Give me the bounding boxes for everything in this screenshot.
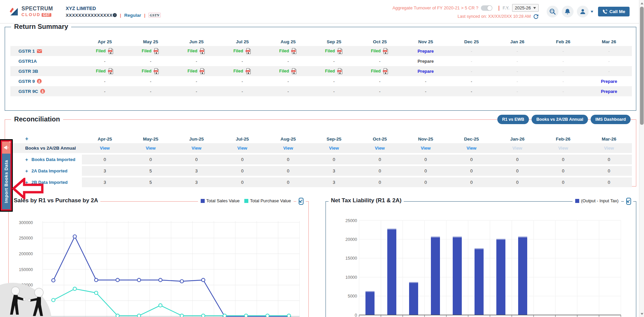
expand-icon[interactable]: + xyxy=(25,168,28,174)
return-status-cell: - xyxy=(265,56,311,66)
empty-cell: - xyxy=(471,69,472,74)
return-status-cell: - xyxy=(82,86,128,96)
empty-cell: - xyxy=(516,79,518,84)
view-link[interactable]: View xyxy=(192,146,201,151)
empty-cell: - xyxy=(333,59,335,64)
pdf-download-icon[interactable]: PDF xyxy=(153,48,159,54)
month-header: Sep-25 xyxy=(311,137,357,142)
return-status-cell: - xyxy=(403,76,449,86)
download-circle-icon[interactable] xyxy=(40,89,45,94)
scroll-up-arrow[interactable] xyxy=(639,1,644,6)
fy-dropdown[interactable]: 2025-26 xyxy=(512,4,539,12)
recon-button-books-vs-2a-2b-annual[interactable]: Books vs 2A/2B Annual xyxy=(532,115,588,124)
scrollbar-thumb[interactable] xyxy=(640,7,644,125)
pdf-download-icon[interactable]: PDF xyxy=(153,68,159,74)
return-status-cell: Filed PDF xyxy=(219,66,265,76)
announcement-tab[interactable] xyxy=(2,142,10,154)
view-link[interactable]: View xyxy=(283,146,293,151)
svg-text:PDF: PDF xyxy=(246,70,249,72)
brand-name: SPECTRUM xyxy=(21,6,53,12)
month-header: Apr 25 xyxy=(82,39,128,44)
view-link[interactable]: View xyxy=(237,146,247,151)
pdf-download-icon[interactable]: PDF xyxy=(337,68,343,74)
view-link[interactable]: View xyxy=(146,146,155,151)
recon-value-cell: 0 xyxy=(403,155,449,164)
search-icon: GSTIN xyxy=(549,8,556,15)
return-status-cell: - xyxy=(174,56,219,66)
recon-button-ims-dashboard[interactable]: IMS Dashboard xyxy=(591,115,631,124)
chart-export-button[interactable] xyxy=(296,197,306,207)
return-status-cell: - xyxy=(586,56,632,66)
view-link[interactable]: View xyxy=(421,146,431,151)
recon-button-r1-vs-ewb[interactable]: R1 vs EWB xyxy=(497,115,529,124)
svg-text:10000: 10000 xyxy=(345,275,357,280)
pdf-download-icon[interactable]: PDF xyxy=(199,48,205,54)
return-type-label: GSTR 1 xyxy=(10,49,82,54)
pdf-download-icon[interactable]: PDF xyxy=(291,68,297,74)
prepare-link[interactable]: Prepare xyxy=(601,79,617,84)
pdf-download-icon[interactable]: PDF xyxy=(383,48,389,54)
return-status-cell: - xyxy=(449,46,495,56)
import-books-data-tab[interactable]: Import Books Data xyxy=(2,154,10,209)
pdf-download-icon[interactable]: PDF xyxy=(108,68,114,74)
export-icon xyxy=(625,197,632,205)
info-icon[interactable]: i xyxy=(113,13,117,17)
view-link[interactable]: View xyxy=(466,146,476,151)
prepare-link[interactable]: Prepare xyxy=(601,89,617,94)
call-me-label: Call Me xyxy=(609,9,625,14)
return-status-cell: - xyxy=(357,76,403,86)
view-link[interactable]: View xyxy=(329,146,339,151)
call-me-button[interactable]: Call Me xyxy=(598,7,630,16)
recon-value-cell: 0 xyxy=(265,155,311,164)
month-header: Feb-26 xyxy=(540,137,586,142)
return-status-cell: Prepare xyxy=(403,56,449,66)
expand-all-icon[interactable]: + xyxy=(10,136,82,142)
import-books-data-label: Import Books Data xyxy=(4,160,9,203)
view-link[interactable]: View xyxy=(375,146,385,151)
return-status-cell: Prepare xyxy=(586,76,632,86)
filed-status: Filed xyxy=(233,69,243,73)
view-cell: View xyxy=(265,143,311,153)
recon-value-cell: 0 xyxy=(540,177,586,187)
prepare-link[interactable]: Prepare xyxy=(417,69,434,74)
pdf-download-icon[interactable]: PDF xyxy=(291,48,297,54)
pdf-download-icon[interactable]: PDF xyxy=(383,68,389,74)
notifications-button[interactable] xyxy=(562,6,574,17)
user-menu-button[interactable] xyxy=(577,6,589,17)
empty-cell: - xyxy=(242,79,243,84)
empty-cell: - xyxy=(471,49,472,54)
pdf-download-icon[interactable]: PDF xyxy=(337,48,343,54)
return-status-cell: Filed PDF xyxy=(357,46,403,56)
return-status-cell: Filed PDF xyxy=(82,46,128,56)
prepare-link[interactable]: Prepare xyxy=(417,49,434,54)
gstin-search-button[interactable]: GSTIN xyxy=(547,6,558,17)
recon-value-cell: 5 xyxy=(128,166,174,176)
download-circle-icon[interactable] xyxy=(37,79,42,84)
return-status-cell: - xyxy=(128,76,174,86)
return-summary-header-row: Apr 25May 25Jun 25Jul 25Aug 25Sep 25Oct … xyxy=(10,37,632,46)
user-menu-caret-icon[interactable] xyxy=(591,11,593,13)
svg-text:PDF: PDF xyxy=(246,50,249,52)
chart-export-button[interactable] xyxy=(624,197,633,207)
turnover-toggle[interactable] xyxy=(481,5,492,11)
recon-value-cell: 0 xyxy=(494,177,540,187)
filed-status: Filed xyxy=(279,69,289,73)
pdf-download-icon[interactable]: PDF xyxy=(245,48,251,54)
pdf-download-icon[interactable]: PDF xyxy=(199,68,205,74)
fy-value: 2025-26 xyxy=(515,5,531,10)
scroll-down-arrow[interactable] xyxy=(639,311,644,316)
return-status-cell: - xyxy=(311,86,357,96)
pdf-download-icon[interactable]: PDF xyxy=(245,68,251,74)
recon-value-cell: 0 xyxy=(449,177,495,187)
pdf-download-icon[interactable]: PDF xyxy=(108,48,114,54)
svg-text:100000: 100000 xyxy=(19,283,33,287)
table-row: GSTR 9 -----------Prepare xyxy=(10,76,632,86)
view-link[interactable]: View xyxy=(100,146,110,151)
empty-cell: - xyxy=(608,59,610,64)
recon-value-cell: 0 xyxy=(128,155,174,164)
svg-text:GSTIN: GSTIN xyxy=(550,10,554,12)
empty-cell: - xyxy=(562,89,564,94)
month-header: Nov-25 xyxy=(403,137,449,142)
expand-icon[interactable]: + xyxy=(25,157,28,162)
refresh-icon[interactable] xyxy=(533,14,539,19)
